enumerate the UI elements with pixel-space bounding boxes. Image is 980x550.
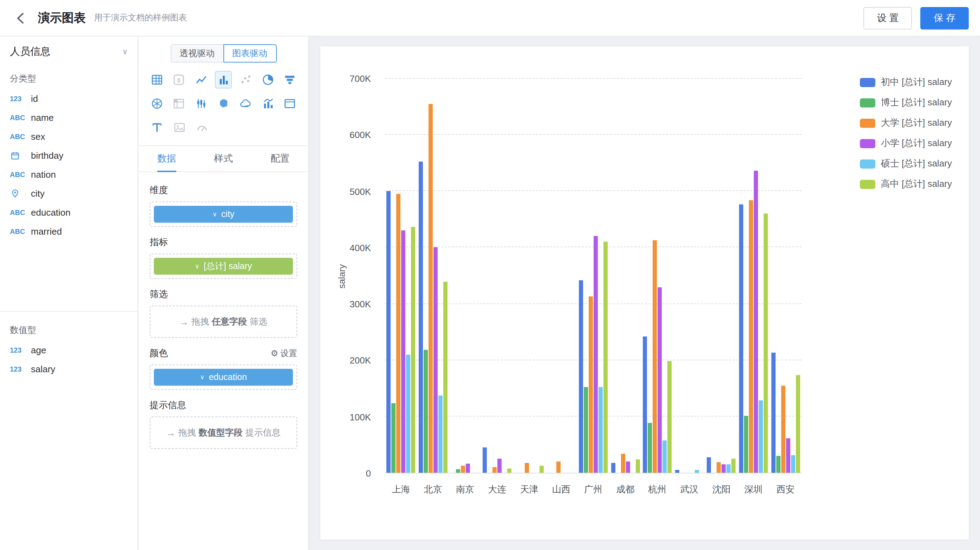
map-chart-icon[interactable] (215, 95, 232, 112)
pie-chart-icon[interactable] (259, 71, 277, 89)
field-item-married[interactable]: ABCmarried (0, 222, 138, 241)
field-item-nation[interactable]: ABCnation (0, 165, 138, 184)
bar[interactable] (625, 461, 630, 473)
table-icon[interactable] (148, 71, 165, 89)
bar[interactable] (739, 204, 743, 473)
bar[interactable] (603, 242, 608, 473)
bar[interactable] (707, 458, 711, 473)
tooltip-drop-area[interactable]: → 拖拽数值型字段提示信息 (150, 416, 297, 449)
bar[interactable] (749, 200, 753, 473)
candlestick-chart-icon[interactable] (192, 95, 210, 112)
bar[interactable] (732, 459, 736, 473)
legend-item[interactable]: 小学 [总计] salary (860, 137, 952, 149)
word-cloud-icon[interactable] (237, 95, 254, 112)
text-icon[interactable] (148, 119, 166, 136)
mode-tab-inactive[interactable]: 透视驱动 (170, 44, 224, 62)
bar[interactable] (401, 231, 406, 473)
measure-pill[interactable]: ∨ [总计] salary (154, 258, 293, 275)
legend-item[interactable]: 硕士 [总计] salary (860, 157, 952, 170)
bar[interactable] (620, 454, 625, 473)
field-item-city[interactable]: city (0, 184, 138, 203)
bar[interactable] (456, 469, 460, 473)
field-item-birthday[interactable]: birthday (0, 146, 138, 165)
bar[interactable] (483, 447, 487, 473)
image-icon[interactable] (171, 119, 188, 136)
bar[interactable] (754, 170, 758, 473)
config-tab[interactable]: 数据 (138, 146, 195, 172)
bar[interactable] (598, 387, 603, 473)
bar[interactable] (667, 361, 671, 473)
bar[interactable] (423, 350, 428, 473)
legend-item[interactable]: 高中 [总计] salary (860, 178, 952, 190)
bar[interactable] (648, 423, 652, 473)
legend-item[interactable]: 初中 [总计] salary (860, 76, 952, 89)
bar[interactable] (635, 459, 640, 473)
bar[interactable] (786, 438, 790, 473)
field-item-age[interactable]: 123age (0, 341, 138, 360)
field-item-name[interactable]: ABCname (0, 108, 138, 127)
bar[interactable] (411, 227, 415, 473)
bar[interactable] (419, 162, 423, 473)
bar[interactable] (652, 240, 657, 473)
bar[interactable] (781, 386, 785, 473)
bar[interactable] (727, 464, 731, 473)
bar[interactable] (744, 416, 748, 473)
bar[interactable] (593, 236, 598, 473)
bar[interactable] (764, 213, 768, 473)
bar[interactable] (675, 470, 679, 473)
field-item-id[interactable]: 123id (0, 89, 138, 108)
dimension-drop-area[interactable]: ∨ city (150, 202, 297, 227)
bar[interactable] (611, 463, 615, 473)
bar[interactable] (396, 194, 401, 473)
bar[interactable] (524, 463, 529, 473)
filter-drop-area[interactable]: → 拖拽任意字段筛选 (150, 305, 297, 338)
legend-item[interactable]: 大学 [总计] salary (860, 117, 952, 129)
scatter-chart-icon[interactable] (237, 71, 254, 89)
save-button[interactable]: 保 存 (920, 7, 969, 29)
bar[interactable] (722, 464, 726, 473)
color-settings-button[interactable]: ⚙ 设置 (270, 347, 297, 359)
field-item-education[interactable]: ABCeducation (0, 203, 138, 222)
dataset-selector[interactable]: 人员信息 ∨ (0, 37, 138, 66)
config-tab[interactable]: 样式 (195, 146, 251, 172)
bar[interactable] (460, 465, 465, 473)
kpi-card-icon[interactable]: 8 (170, 71, 188, 89)
field-item-salary[interactable]: 123salary (0, 360, 138, 378)
line-chart-icon[interactable] (192, 71, 210, 89)
bar[interactable] (662, 441, 667, 473)
config-tab[interactable]: 配置 (252, 146, 309, 172)
gauge-chart-icon[interactable] (193, 119, 211, 136)
legend-item[interactable]: 博士 [总计] salary (860, 96, 952, 109)
bar[interactable] (557, 461, 561, 473)
bar[interactable] (589, 296, 593, 473)
field-item-sex[interactable]: ABCsex (0, 127, 138, 146)
bar[interactable] (443, 281, 447, 473)
bar[interactable] (492, 467, 497, 473)
funnel-chart-icon[interactable] (282, 71, 299, 89)
color-pill[interactable]: ∨ education (154, 369, 293, 386)
settings-button[interactable]: 设 置 (864, 7, 912, 29)
back-button[interactable] (11, 8, 31, 28)
bar[interactable] (465, 464, 469, 473)
mode-tab-active[interactable]: 图表驱动 (223, 44, 277, 62)
bar[interactable] (579, 280, 583, 473)
frame-panel-icon[interactable] (282, 95, 299, 112)
bar[interactable] (695, 470, 699, 473)
bar[interactable] (387, 191, 391, 473)
bar[interactable] (406, 354, 410, 473)
bar[interactable] (795, 375, 800, 473)
bar[interactable] (433, 248, 438, 473)
bar[interactable] (776, 456, 780, 473)
bar[interactable] (759, 401, 763, 473)
bar[interactable] (539, 465, 543, 473)
bar[interactable] (584, 387, 588, 473)
combo-chart-icon[interactable] (259, 95, 277, 112)
color-drop-area[interactable]: ∨ education (150, 364, 297, 390)
bar[interactable] (791, 455, 795, 473)
bar[interactable] (507, 468, 511, 473)
pivot-table-icon[interactable] (170, 95, 188, 112)
bar[interactable] (771, 352, 775, 473)
bar[interactable] (391, 404, 396, 473)
bar[interactable] (657, 287, 662, 473)
radar-chart-icon[interactable] (148, 95, 165, 112)
